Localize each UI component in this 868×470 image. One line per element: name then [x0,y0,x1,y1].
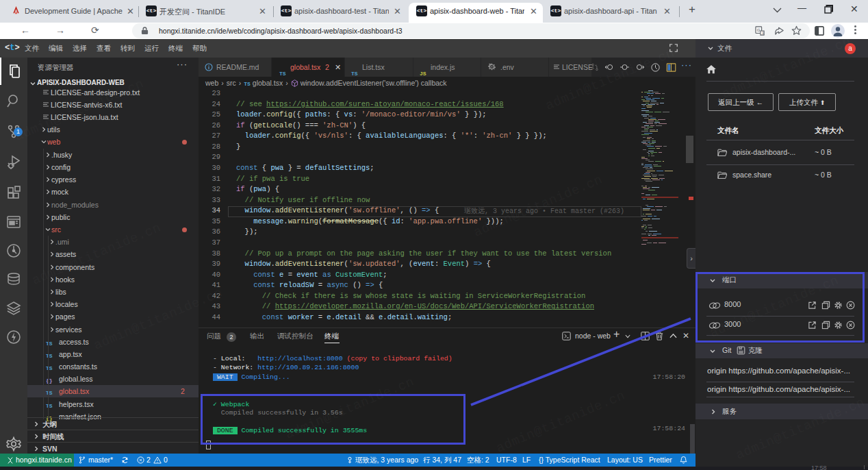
svg-text:G: G [757,27,761,32]
svg-text:文: 文 [761,31,765,35]
